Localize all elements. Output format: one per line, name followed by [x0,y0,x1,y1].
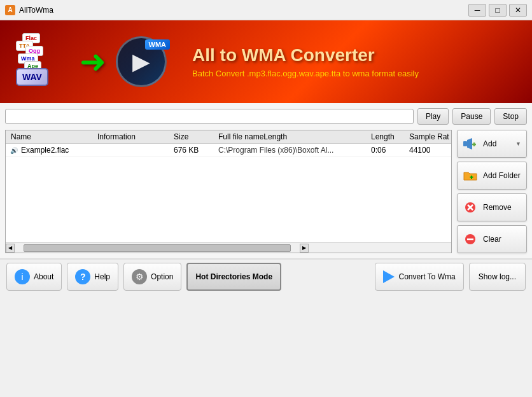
remove-label: Remove [483,203,512,212]
scroll-right-button[interactable]: ▶ [300,244,309,253]
progress-bar [5,109,414,124]
file-length-cell: 0:06 [368,146,407,155]
remove-icon [463,200,478,215]
col-header-fullpath: Full file nameLength [216,132,368,141]
wma-badge: WMA [145,39,171,50]
convert-button[interactable]: Convert To Wma [375,263,463,291]
help-icon: ? [75,269,90,284]
convert-arrow-icon: ➜ [80,43,106,80]
option-label: Option [151,272,173,281]
col-header-info: Information [95,132,171,141]
title-bar-text: AllToWma [19,6,468,15]
clear-button[interactable]: Clear [457,225,527,253]
audio-file-icon: 🔊 [8,146,20,155]
file-table: Name Information Size Full file nameLeng… [5,130,452,253]
play-button[interactable]: Play [417,108,449,125]
file-sample-cell: 44100 [407,146,451,155]
svg-rect-1 [463,141,467,146]
banner: Flac TTA Ogg Wma Ape WAV ➜ ▶ WMA All to … [0,20,532,103]
clear-icon [463,232,478,247]
file-stack: Flac TTA Ogg Wma Ape WAV [13,33,70,90]
gear-icon: ⚙ [132,269,147,284]
footer: i About ? Help ⚙ Option Hot Directories … [0,258,532,294]
about-icon: i [15,269,30,284]
banner-subtitle: Batch Convert .mp3.flac.ogg.wav.ape.tta … [192,69,519,78]
wav-badge: WAV [16,68,48,86]
about-button[interactable]: i About [6,263,62,291]
remove-button[interactable]: Remove [457,193,527,221]
app-icon: A [5,5,15,15]
help-button[interactable]: ? Help [67,263,118,291]
maximize-button[interactable]: □ [489,4,507,17]
add-folder-label: Add Folder [483,171,521,180]
folder-add-icon [463,168,478,183]
side-buttons: Add ▼ Add Folder [457,130,527,253]
clear-label: Clear [483,235,501,244]
convert-icon [383,270,395,283]
convert-label: Convert To Wma [398,272,455,281]
window-controls: ─ □ ✕ [468,4,527,17]
svg-marker-2 [467,138,472,150]
table-header: Name Information Size Full file nameLeng… [6,130,451,144]
col-header-length: Length [368,132,407,141]
about-label: About [34,272,53,281]
file-path-cell: C:\Program Files (x86)\Boxoft Al... [216,146,368,155]
add-folder-button[interactable]: Add Folder [457,162,527,190]
add-dropdown-icon[interactable]: ▼ [515,141,521,147]
minimize-button[interactable]: ─ [468,4,486,17]
col-header-name: Name [6,132,95,141]
wma-icon-container: ▶ WMA [116,36,167,87]
progress-row: Play Pause Stop [5,108,527,125]
hot-directories-label: Hot Directories Mode [195,272,272,281]
banner-title: All to WMA Converter [192,45,519,66]
add-label: Add [483,139,496,148]
file-name-cell: 🔊 Example2.flac [6,146,95,155]
banner-icons: Flac TTA Ogg Wma Ape WAV ➜ ▶ WMA [13,33,167,90]
title-bar: A AllToWma ─ □ ✕ [0,0,532,20]
main-area: Play Pause Stop Name Information Size Fu… [0,103,532,258]
col-header-sample: Sample Rat [407,132,451,141]
table-body: 🔊 Example2.flac 676 KB C:\Program Files … [6,144,451,242]
pause-button[interactable]: Pause [452,108,491,125]
close-button[interactable]: ✕ [509,4,527,17]
help-label: Help [94,272,110,281]
horizontal-scrollbar[interactable]: ◀ ▶ [6,242,451,253]
file-list-section: Name Information Size Full file nameLeng… [5,130,527,253]
add-button[interactable]: Add ▼ [457,130,527,158]
show-log-button[interactable]: Show log... [469,263,526,291]
file-size-cell: 676 KB [171,146,216,155]
hot-directories-button[interactable]: Hot Directories Mode [186,263,281,291]
play-circle-icon: ▶ [132,48,150,75]
file-name: Example2.flac [21,146,69,155]
stop-button[interactable]: Stop [494,108,527,125]
col-header-size: Size [171,132,216,141]
speaker-add-icon [463,136,478,151]
scroll-left-button[interactable]: ◀ [6,244,15,253]
scroll-thumb[interactable] [24,244,291,252]
banner-title-area: All to WMA Converter Batch Convert .mp3.… [179,45,519,78]
table-row[interactable]: 🔊 Example2.flac 676 KB C:\Program Files … [6,144,451,157]
option-button[interactable]: ⚙ Option [123,263,181,291]
